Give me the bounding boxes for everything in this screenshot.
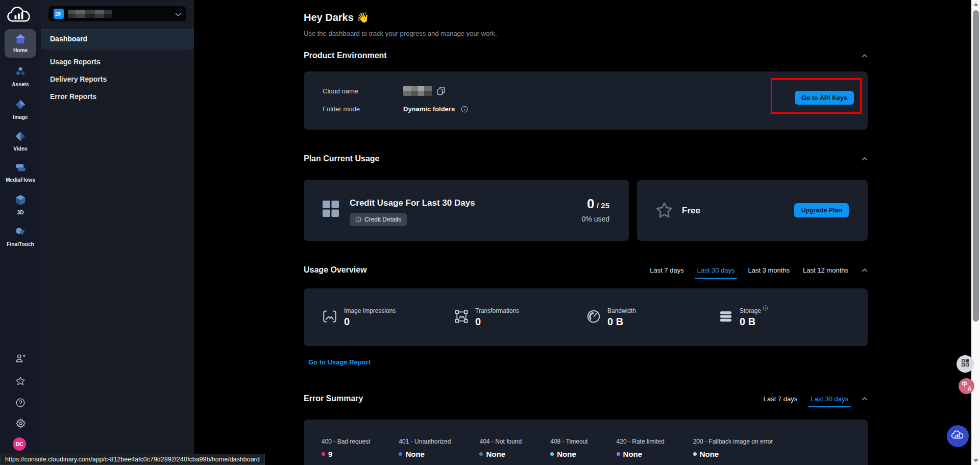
home-sidebar: DF Dashboard Usage Reports Delivery Repo…: [41, 0, 194, 465]
whats-new-button[interactable]: [0, 376, 41, 388]
sidebar-item-dashboard[interactable]: Dashboard: [41, 29, 194, 48]
sidebar-item-3d[interactable]: 3D: [0, 194, 41, 215]
info-icon[interactable]: [461, 106, 468, 113]
error-item-408: 408 - Timeout None: [550, 438, 587, 458]
folder-mode-label: Folder mode: [323, 105, 383, 113]
error-summary-header: Error Summary Last 7 days Last 30 days: [304, 394, 868, 403]
tab-last-30-days[interactable]: Last 30 days: [697, 266, 735, 274]
rail-label: 3D: [17, 210, 24, 215]
cloud-name-redacted: [403, 86, 432, 96]
sidebar-item-home[interactable]: Home: [5, 29, 36, 58]
extension-apps-button[interactable]: [957, 355, 974, 373]
dashboard-main: Hey Darks 👋 Use the dashboard to track y…: [194, 0, 971, 465]
section-title: Usage Overview: [304, 265, 367, 275]
plan-usage-header: Plan Current Usage: [304, 154, 868, 163]
cloudinary-assistant-fab[interactable]: [947, 425, 969, 447]
tab-last-30-days[interactable]: Last 30 days: [811, 395, 848, 403]
percent-used: 0% used: [582, 215, 609, 223]
usage-overview-header: Usage Overview Last 7 days Last 30 days …: [304, 265, 868, 275]
tab-last-12-months[interactable]: Last 12 months: [803, 266, 848, 274]
workspace-selector[interactable]: DF: [48, 6, 186, 21]
cube-3d-icon: [15, 194, 26, 208]
info-icon: [355, 216, 361, 223]
plan-card: Free Upgrade Plan: [637, 180, 868, 241]
bandwidth-gauge-icon: [586, 309, 601, 326]
credit-usage-card: Credit Usage For Last 30 Days Credit Det…: [304, 180, 629, 241]
gear-icon: [15, 418, 26, 431]
home-icon: [15, 34, 26, 46]
rail-label: FinalTouch: [7, 241, 34, 247]
sidebar-divider: [45, 51, 190, 51]
user-avatar[interactable]: DC: [13, 437, 26, 451]
sidebar-item-image[interactable]: Image: [0, 99, 41, 120]
sidebar-item-video[interactable]: Video: [0, 131, 41, 152]
credits-total: / 25: [597, 201, 609, 210]
tab-last-7-days[interactable]: Last 7 days: [650, 266, 684, 274]
tab-last-7-days[interactable]: Last 7 days: [764, 395, 798, 403]
go-to-usage-report-link[interactable]: Go to Usage Report: [308, 358, 371, 366]
workspace-badge: DF: [54, 9, 64, 19]
apps-grid-plus-icon: [961, 358, 970, 370]
help-button[interactable]: [0, 398, 41, 410]
status-dot: [550, 452, 554, 456]
page-title: Hey Darks 👋: [304, 11, 369, 23]
go-to-api-keys-button[interactable]: Go to API Keys: [795, 91, 854, 105]
stat-label: Transformations: [475, 307, 519, 314]
collapse-chevron-icon[interactable]: [862, 268, 868, 272]
usage-overview-card: Image Impressions 0: [304, 288, 868, 346]
stat-value: 0 B: [607, 316, 636, 328]
folder-mode-row: Folder mode Dynamic folders: [323, 105, 468, 113]
mediaflows-icon: [14, 163, 27, 175]
upgrade-plan-button[interactable]: Upgrade Plan: [794, 203, 849, 217]
sidebar-item-assets[interactable]: Assets: [0, 66, 41, 87]
product-environment-card: Cloud name Folder mode Dynamic folders: [304, 71, 868, 130]
assets-icon: [15, 66, 26, 80]
tab-last-3-months[interactable]: Last 3 months: [748, 266, 790, 274]
question-circle-icon: [15, 398, 26, 410]
storage-icon: [718, 309, 733, 326]
stat-value: 0: [475, 316, 519, 328]
sidebar-item-mediaflows[interactable]: MediaFlows: [0, 163, 41, 183]
folder-mode-value: Dynamic folders: [403, 105, 455, 113]
invite-user-button[interactable]: [0, 353, 41, 365]
status-dot: [399, 452, 402, 456]
chevron-down-icon: [175, 9, 181, 18]
sidebar-item-error-reports[interactable]: Error Reports: [41, 88, 194, 105]
section-title: Error Summary: [304, 394, 363, 403]
error-item-404: 404 - Not found None: [479, 438, 522, 458]
copy-icon[interactable]: [437, 86, 445, 95]
sidebar-item-delivery-reports[interactable]: Delivery Reports: [41, 70, 194, 88]
section-title: Plan Current Usage: [304, 154, 379, 163]
info-icon[interactable]: [763, 305, 768, 312]
sidebar-item-usage-reports[interactable]: Usage Reports: [41, 53, 194, 70]
product-environment-header: Product Environment: [304, 51, 868, 60]
stat-image-impressions: Image Impressions 0: [322, 307, 454, 328]
image-impressions-icon: [322, 309, 338, 326]
translate-icon-latin: A: [967, 385, 972, 393]
finaltouch-icon: [15, 226, 26, 239]
browser-scrollbar[interactable]: [971, 0, 980, 465]
stat-label: Bandwidth: [607, 307, 636, 314]
stat-value: 0 B: [740, 316, 768, 328]
rail-label: Video: [13, 146, 28, 152]
collapse-chevron-icon[interactable]: [862, 54, 868, 58]
cloudinary-logo-icon[interactable]: [6, 6, 33, 25]
workspace-name-redacted: [68, 10, 112, 18]
collapse-chevron-icon[interactable]: [862, 397, 868, 401]
status-dot: [322, 452, 325, 456]
scroll-up-arrow-icon[interactable]: [973, 3, 978, 6]
credit-details-button[interactable]: Credit Details: [350, 213, 407, 226]
error-item-420: 420 - Rate limited None: [617, 438, 665, 458]
cloud-name-label: Cloud name: [323, 87, 383, 95]
scroll-down-arrow-icon[interactable]: [973, 459, 978, 462]
collapse-chevron-icon[interactable]: [862, 157, 868, 161]
status-dot: [693, 452, 697, 456]
error-item-200: 200 - Fallback image on error None: [693, 438, 773, 458]
image-icon: [15, 99, 26, 112]
error-item-400: 400 - Bad request 9: [322, 438, 370, 458]
translate-extension-button[interactable]: 中 A: [959, 378, 974, 394]
scrollbar-thumb[interactable]: [973, 10, 979, 322]
star-badge-icon: [15, 376, 26, 388]
settings-button[interactable]: [0, 418, 41, 431]
sidebar-item-finaltouch[interactable]: FinalTouch: [0, 226, 41, 247]
